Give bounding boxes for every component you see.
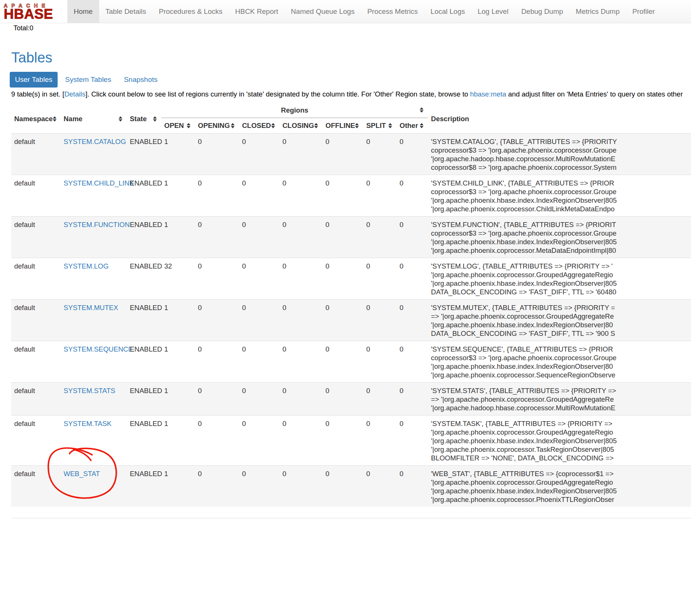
region-count-opening[interactable]: 0 <box>198 221 202 229</box>
sort-icon[interactable] <box>187 123 190 128</box>
region-count-offline[interactable]: 0 <box>325 221 329 229</box>
tab-link-snapshots[interactable]: Snapshots <box>119 72 163 88</box>
sort-icon[interactable] <box>420 107 424 113</box>
region-count-split[interactable]: 0 <box>366 420 370 427</box>
region-count-offline[interactable]: 0 <box>325 470 329 478</box>
sort-icon[interactable] <box>355 123 359 128</box>
region-count-open[interactable]: 1 <box>164 387 168 395</box>
region-count-open[interactable]: 1 <box>164 138 168 145</box>
nav-link-home[interactable]: Home <box>67 0 99 23</box>
tables-heading-link[interactable]: Tables <box>11 50 52 65</box>
region-count-other[interactable]: 0 <box>400 470 403 478</box>
region-count-split[interactable]: 0 <box>366 304 370 312</box>
hbase-meta-link[interactable]: hbase:meta <box>470 90 506 98</box>
region-count-offline[interactable]: 0 <box>325 179 329 187</box>
region-count-closed[interactable]: 0 <box>242 304 246 312</box>
tab-link-user-tables[interactable]: User Tables <box>10 72 58 88</box>
region-count-closed[interactable]: 0 <box>242 420 246 427</box>
region-count-split[interactable]: 0 <box>366 179 370 187</box>
region-count-closed[interactable]: 0 <box>242 221 246 229</box>
region-count-other[interactable]: 0 <box>400 420 403 427</box>
sort-icon[interactable] <box>271 123 275 128</box>
table-name-link[interactable]: SYSTEM.STATS <box>64 387 115 395</box>
region-count-split[interactable]: 0 <box>366 470 370 478</box>
region-count-split[interactable]: 0 <box>366 345 370 353</box>
region-count-split[interactable]: 0 <box>366 387 370 395</box>
region-count-other[interactable]: 0 <box>400 304 403 312</box>
region-count-opening[interactable]: 0 <box>198 304 202 312</box>
region-count-other[interactable]: 0 <box>400 345 403 353</box>
table-name-link[interactable]: WEB_STAT <box>64 470 100 478</box>
region-count-closing[interactable]: 0 <box>282 179 286 187</box>
nav-link-log-level[interactable]: Log Level <box>471 0 515 23</box>
nav-link-process-metrics[interactable]: Process Metrics <box>361 0 424 23</box>
region-count-closed[interactable]: 0 <box>242 138 246 145</box>
table-name-link[interactable]: SYSTEM.CHILD_LINK <box>64 179 134 187</box>
region-count-other[interactable]: 0 <box>400 387 403 395</box>
region-count-offline[interactable]: 0 <box>325 345 329 353</box>
region-count-closed[interactable]: 0 <box>242 387 246 395</box>
region-count-closing[interactable]: 0 <box>282 470 286 478</box>
region-count-closing[interactable]: 0 <box>282 262 286 270</box>
nav-link-procedures-locks[interactable]: Procedures & Locks <box>152 0 229 23</box>
region-count-closing[interactable]: 0 <box>282 138 286 145</box>
region-count-other[interactable]: 0 <box>400 262 403 270</box>
region-count-split[interactable]: 0 <box>366 221 370 229</box>
region-count-closed[interactable]: 0 <box>242 470 246 478</box>
nav-link-table-details[interactable]: Table Details <box>99 0 153 23</box>
region-count-closed[interactable]: 0 <box>242 345 246 353</box>
table-name-link[interactable]: SYSTEM.MUTEX <box>64 304 118 312</box>
region-count-closed[interactable]: 0 <box>242 262 246 270</box>
region-count-split[interactable]: 0 <box>366 138 370 145</box>
sort-icon[interactable] <box>53 116 56 122</box>
region-count-closing[interactable]: 0 <box>282 221 286 229</box>
nav-link-local-logs[interactable]: Local Logs <box>424 0 471 23</box>
nav-link-debug-dump[interactable]: Debug Dump <box>515 0 569 23</box>
table-name-link[interactable]: SYSTEM.TASK <box>64 420 111 427</box>
region-count-offline[interactable]: 0 <box>325 262 329 270</box>
table-name-link[interactable]: SYSTEM.LOG <box>64 262 108 270</box>
region-count-open[interactable]: 1 <box>164 179 168 187</box>
tab-link-system-tables[interactable]: System Tables <box>60 72 116 88</box>
sort-icon[interactable] <box>420 123 424 128</box>
region-count-other[interactable]: 0 <box>400 221 403 229</box>
region-count-other[interactable]: 0 <box>400 138 403 145</box>
sort-icon[interactable] <box>119 116 122 122</box>
region-count-closed[interactable]: 0 <box>242 179 246 187</box>
region-count-opening[interactable]: 0 <box>198 138 202 145</box>
region-count-offline[interactable]: 0 <box>325 304 329 312</box>
region-count-open[interactable]: 1 <box>164 420 168 427</box>
region-count-closing[interactable]: 0 <box>282 420 286 427</box>
table-name-link[interactable]: SYSTEM.FUNCTION <box>64 221 130 229</box>
hbase-logo[interactable]: APACHE HBASE <box>0 0 67 23</box>
table-name-link[interactable]: SYSTEM.SEQUENCE <box>64 345 133 353</box>
region-count-closing[interactable]: 0 <box>282 345 286 353</box>
sort-icon[interactable] <box>388 123 392 128</box>
region-count-opening[interactable]: 0 <box>198 387 202 395</box>
region-count-offline[interactable]: 0 <box>325 420 329 427</box>
region-count-split[interactable]: 0 <box>366 262 370 270</box>
nav-link-hbck-report[interactable]: HBCK Report <box>229 0 285 23</box>
region-count-opening[interactable]: 0 <box>198 470 202 478</box>
region-count-offline[interactable]: 0 <box>325 387 329 395</box>
region-count-opening[interactable]: 0 <box>198 420 202 427</box>
region-count-opening[interactable]: 0 <box>198 345 202 353</box>
region-count-open[interactable]: 1 <box>164 221 168 229</box>
sort-icon[interactable] <box>231 123 235 128</box>
region-count-open[interactable]: 1 <box>164 304 168 312</box>
region-count-open[interactable]: 32 <box>164 262 172 270</box>
sort-icon[interactable] <box>314 123 318 128</box>
region-count-closing[interactable]: 0 <box>282 304 286 312</box>
region-count-closing[interactable]: 0 <box>282 387 286 395</box>
nav-link-metrics-dump[interactable]: Metrics Dump <box>569 0 626 23</box>
region-count-opening[interactable]: 0 <box>198 262 202 270</box>
region-count-opening[interactable]: 0 <box>198 179 202 187</box>
region-count-offline[interactable]: 0 <box>325 138 329 145</box>
sort-icon[interactable] <box>153 116 157 122</box>
region-count-other[interactable]: 0 <box>400 179 403 187</box>
region-count-open[interactable]: 1 <box>164 345 168 353</box>
table-name-link[interactable]: SYSTEM.CATALOG <box>64 138 126 145</box>
nav-link-profiler[interactable]: Profiler <box>626 0 661 23</box>
nav-link-named-queue-logs[interactable]: Named Queue Logs <box>285 0 361 23</box>
region-count-open[interactable]: 1 <box>164 470 168 478</box>
